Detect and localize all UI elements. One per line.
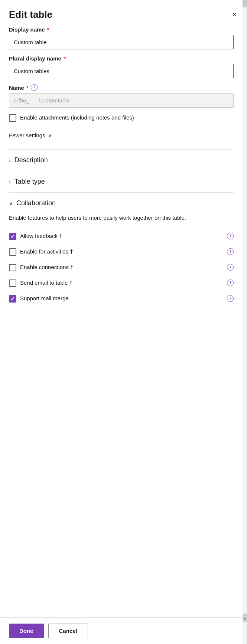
table-type-toggle[interactable]: › Table type: [9, 171, 234, 192]
enable-connections-row: Enable connections † i: [9, 259, 234, 275]
panel-footer: Done Cancel: [0, 617, 247, 644]
close-button[interactable]: ×: [231, 9, 238, 20]
display-name-group: Display name *: [9, 26, 234, 49]
table-type-section: › Table type: [9, 171, 234, 192]
table-type-expand-icon: ›: [9, 179, 11, 185]
collaboration-section: ∨ Collaboration Enable features to help …: [9, 192, 234, 312]
enable-attachments-checkbox[interactable]: [9, 114, 16, 122]
collaboration-expand-icon: ∨: [9, 200, 13, 206]
cancel-button[interactable]: Cancel: [48, 624, 88, 638]
display-name-required: *: [47, 26, 49, 33]
scroll-down-arrow[interactable]: ▼: [243, 616, 247, 622]
plural-display-name-input[interactable]: [9, 64, 234, 78]
fewer-settings-arrow: ∧: [48, 133, 52, 138]
support-mail-merge-left: Support mail merge: [9, 294, 69, 303]
enable-attachments-label: Enable attachments (including notes and …: [20, 114, 134, 121]
panel-header: Edit table ×: [0, 0, 247, 26]
send-email-row: Send email to table † i: [9, 275, 234, 291]
name-input-group: crfb6_ Customtable: [9, 93, 234, 108]
enable-connections-checkbox[interactable]: [9, 264, 16, 271]
display-name-input[interactable]: [9, 35, 234, 49]
panel-title: Edit table: [9, 9, 52, 20]
allow-feedback-left: Allow feedback †: [9, 232, 62, 240]
support-mail-merge-checkbox[interactable]: [9, 295, 16, 303]
enable-activities-checkbox[interactable]: [9, 248, 16, 256]
allow-feedback-info-icon[interactable]: i: [227, 233, 234, 239]
edit-table-panel: ▲ ▼ Edit table × Display name * Plural d…: [0, 0, 247, 644]
description-expand-icon: ›: [9, 157, 11, 163]
plural-display-name-group: Plural display name *: [9, 55, 234, 78]
display-name-label: Display name *: [9, 26, 234, 33]
allow-feedback-label: Allow feedback †: [20, 233, 62, 239]
scrollbar-track: ▲ ▼: [243, 0, 247, 644]
table-type-label: Table type: [14, 178, 45, 186]
send-email-label: Send email to table †: [20, 279, 72, 286]
collaboration-content: Enable features to help users to more ea…: [9, 214, 234, 312]
name-prefix: crfb6_: [9, 94, 34, 107]
allow-feedback-checkbox[interactable]: [9, 233, 16, 240]
send-email-checkbox[interactable]: [9, 279, 16, 287]
send-email-left: Send email to table †: [9, 279, 72, 287]
enable-activities-row: Enable for activities † i: [9, 244, 234, 259]
enable-connections-info-icon[interactable]: i: [227, 264, 234, 271]
name-required: *: [26, 85, 29, 91]
panel-content: Display name * Plural display name * Nam…: [0, 26, 247, 617]
fewer-settings-toggle[interactable]: Fewer settings ∧: [9, 128, 52, 143]
support-mail-merge-row: Support mail merge i: [9, 291, 234, 306]
plural-display-name-label: Plural display name *: [9, 55, 234, 62]
name-info-icon[interactable]: i: [31, 84, 38, 91]
enable-connections-left: Enable connections †: [9, 263, 73, 271]
name-label: Name * i: [9, 84, 234, 91]
fewer-settings-label: Fewer settings: [9, 132, 45, 138]
description-toggle[interactable]: › Description: [9, 150, 234, 171]
enable-activities-label: Enable for activities †: [20, 248, 73, 255]
enable-connections-label: Enable connections †: [20, 264, 73, 270]
description-label: Description: [14, 156, 48, 164]
plural-display-name-required: *: [64, 55, 66, 62]
name-group: Name * i crfb6_ Customtable: [9, 84, 234, 108]
collaboration-description: Enable features to help users to more ea…: [9, 214, 234, 222]
settings-divider: [9, 146, 234, 146]
allow-feedback-row: Allow feedback † i: [9, 228, 234, 244]
support-mail-merge-info-icon[interactable]: i: [227, 295, 234, 302]
collaboration-label: Collaboration: [16, 199, 56, 207]
enable-attachments-row: Enable attachments (including notes and …: [9, 114, 234, 122]
send-email-info-icon[interactable]: i: [227, 279, 234, 286]
description-section: › Description: [9, 149, 234, 171]
enable-activities-left: Enable for activities †: [9, 248, 73, 256]
scrollbar-thumb-top[interactable]: [243, 0, 247, 7]
done-button[interactable]: Done: [9, 624, 44, 638]
name-value: Customtable: [34, 94, 233, 107]
collaboration-toggle[interactable]: ∨ Collaboration: [9, 193, 234, 214]
enable-activities-info-icon[interactable]: i: [227, 248, 234, 255]
support-mail-merge-label: Support mail merge: [20, 295, 69, 301]
